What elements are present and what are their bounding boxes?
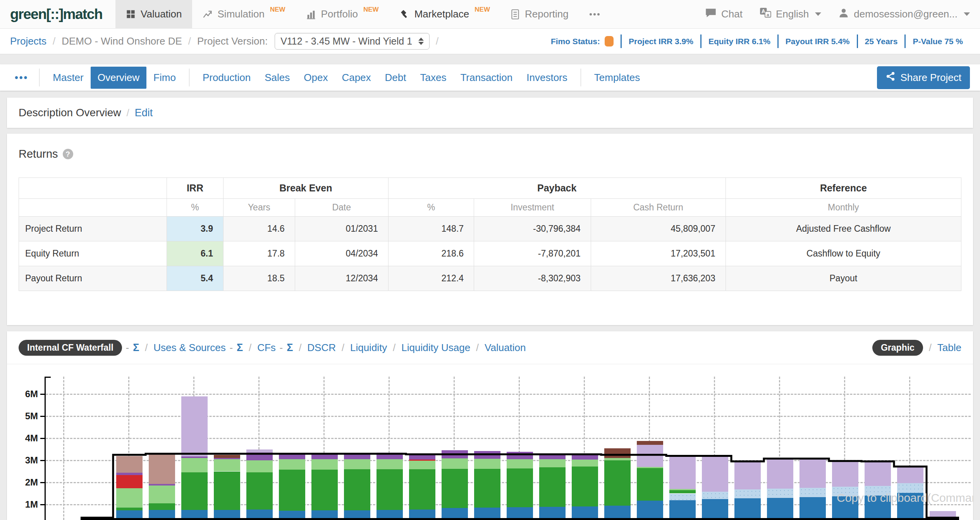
- line-chart-icon: [202, 9, 213, 20]
- nav-item-simulation[interactable]: SimulationNEW: [192, 0, 296, 29]
- returns-cell: Payout Return: [19, 266, 167, 291]
- fimo-status-label: Fimo Status:: [551, 37, 600, 46]
- tabs-divider: [39, 69, 40, 86]
- tab-fimo[interactable]: Fimo: [146, 67, 183, 89]
- returns-table: IRRBreak EvenPaybackReference%YearsDate%…: [19, 177, 961, 291]
- view-toggle-table[interactable]: Table: [937, 342, 961, 354]
- user-icon: [838, 7, 849, 21]
- nav-item-valuation[interactable]: Valuation: [115, 0, 192, 29]
- bar-chart-icon: [306, 9, 316, 20]
- chart-tab-valuation[interactable]: Valuation: [485, 342, 526, 354]
- translate-icon: Aa: [760, 7, 771, 21]
- returns-subheader: %: [167, 199, 223, 217]
- main-nav: ValuationSimulationNEWPortfolioNEWMarket…: [115, 0, 610, 29]
- project-version-value: V112 - 3.45 MW - Wind Yield 1: [280, 36, 412, 47]
- tab-master[interactable]: Master: [46, 67, 90, 89]
- nav-right-chat[interactable]: Chat: [705, 7, 743, 21]
- y-axis-label: 1M: [7, 499, 38, 510]
- returns-cell: 212.4: [388, 266, 474, 291]
- description-edit-link[interactable]: Edit: [135, 107, 153, 119]
- chart-tab-dscr[interactable]: DSCR: [307, 342, 336, 354]
- share-project-button[interactable]: Share Project: [877, 66, 970, 89]
- tab-transaction[interactable]: Transaction: [453, 67, 519, 89]
- chart-tab-cfs[interactable]: CFs: [257, 342, 276, 354]
- tab-sales[interactable]: Sales: [258, 67, 297, 89]
- fimo-status-indicator: [605, 36, 614, 46]
- nav-right-group: ChatAaEnglishdemosession@green...: [705, 7, 970, 21]
- status-metric: 25 Years: [857, 34, 905, 48]
- tab-templates[interactable]: Templates: [587, 67, 647, 89]
- brand-logo[interactable]: green[::]match: [10, 6, 102, 22]
- help-icon[interactable]: ?: [63, 149, 73, 159]
- tab-capex[interactable]: Capex: [335, 67, 378, 89]
- returns-group-header: Reference: [726, 178, 961, 199]
- nav-right-demosession-green-[interactable]: demosession@green...: [838, 7, 970, 21]
- tabs-overflow-button[interactable]: •••: [10, 72, 33, 83]
- chart-tab-liquidity[interactable]: Liquidity: [350, 342, 387, 354]
- ellipsis-icon: [589, 12, 600, 17]
- chart-tab-separator: /: [249, 342, 251, 353]
- chart-tab-separator: /: [145, 342, 148, 353]
- nav-right-label: demosession@green...: [854, 8, 958, 20]
- returns-cell: 17,636,203: [591, 266, 726, 291]
- chart-panel: Internal CF Waterfall-Σ/Uses & Sources-Σ…: [7, 331, 973, 520]
- returns-cell: 17,203,501: [591, 241, 726, 266]
- sigma-aggregate-toggle[interactable]: Σ: [237, 342, 243, 354]
- y-axis-cap: [45, 377, 51, 378]
- returns-subheader: Monthly: [726, 199, 961, 217]
- nav-right-label: English: [776, 8, 809, 20]
- sigma-dash: -: [280, 342, 283, 353]
- chart-tab-separator: /: [299, 342, 301, 353]
- chart-tab-internal-cf-waterfall[interactable]: Internal CF Waterfall: [19, 340, 122, 356]
- tab-investors[interactable]: Investors: [519, 67, 574, 89]
- returns-cell: Equity Return: [19, 241, 167, 266]
- top-navbar: green[::]match ValuationSimulationNEWPor…: [0, 0, 980, 29]
- returns-cell: 17.8: [223, 241, 295, 266]
- sigma-aggregate-toggle[interactable]: Σ: [133, 342, 139, 354]
- tab-taxes[interactable]: Taxes: [413, 67, 453, 89]
- share-icon: [885, 71, 896, 84]
- y-axis-label: 5M: [7, 411, 38, 422]
- returns-cell: -8,302,903: [474, 266, 591, 291]
- tab-opex[interactable]: Opex: [297, 67, 335, 89]
- returns-subheader: Years: [223, 199, 295, 217]
- chart-tab-uses-sources[interactable]: Uses & Sources: [153, 342, 225, 354]
- returns-cell: -7,870,201: [474, 241, 591, 266]
- returns-cell: 6.1: [167, 241, 223, 266]
- nav-item-label: Simulation: [218, 8, 265, 20]
- view-toggle-graphic[interactable]: Graphic: [872, 340, 923, 356]
- nav-item-reporting[interactable]: Reporting: [500, 0, 579, 29]
- internal-cf-waterfall-chart: 1M2M3M4M5M6MCopy to clipboard(Command+C: [7, 364, 973, 520]
- nav-right-english[interactable]: AaEnglish: [760, 7, 821, 21]
- document-icon: [510, 9, 520, 20]
- returns-group-header: IRR: [167, 178, 223, 199]
- sigma-aggregate-toggle[interactable]: Σ: [287, 342, 293, 354]
- breadcrumb-projects-link[interactable]: Projects: [10, 35, 46, 47]
- description-panel: Description Overview / Edit: [7, 98, 973, 128]
- table-row: Project Return3.914.601/2031148.7-30,796…: [19, 217, 961, 241]
- nav-item-marketplace[interactable]: MarketplaceNEW: [389, 0, 500, 29]
- project-status-bar: Fimo Status:Project IRR 3.9%Equity IRR 6…: [544, 34, 970, 48]
- chart-tab-liquidity-usage[interactable]: Liquidity Usage: [401, 342, 470, 354]
- nav-item-label: Portfolio: [321, 8, 358, 20]
- project-version-select[interactable]: V112 - 3.45 MW - Wind Yield 1: [275, 33, 430, 50]
- new-badge: NEW: [363, 6, 379, 14]
- table-row: Equity Return6.117.804/2034218.6-7,870,2…: [19, 241, 961, 266]
- returns-cell: Payout: [726, 266, 961, 291]
- nav-item-more[interactable]: [579, 0, 610, 29]
- returns-cell: 18.5: [223, 266, 295, 291]
- tab-overview[interactable]: Overview: [91, 67, 146, 89]
- tab-production[interactable]: Production: [196, 67, 258, 89]
- returns-cell: 218.6: [388, 241, 474, 266]
- breadcrumb-bar: Projects / DEMO - Wind Onshore DE / Proj…: [0, 29, 980, 54]
- returns-group-header: Payback: [388, 178, 726, 199]
- returns-group-header-row: IRRBreak EvenPaybackReference: [19, 178, 961, 199]
- chart-view-toggle: Graphic/Table: [872, 340, 961, 356]
- chart-tabs-bar: Internal CF Waterfall-Σ/Uses & Sources-Σ…: [7, 331, 973, 364]
- chevron-down-icon: [964, 12, 970, 16]
- nav-item-portfolio[interactable]: PortfolioNEW: [296, 0, 389, 29]
- returns-title: Returns: [19, 148, 58, 160]
- status-metric: Payout IRR 5.4%: [777, 34, 857, 48]
- tab-debt[interactable]: Debt: [378, 67, 413, 89]
- project-version-label: Project Version:: [197, 35, 268, 47]
